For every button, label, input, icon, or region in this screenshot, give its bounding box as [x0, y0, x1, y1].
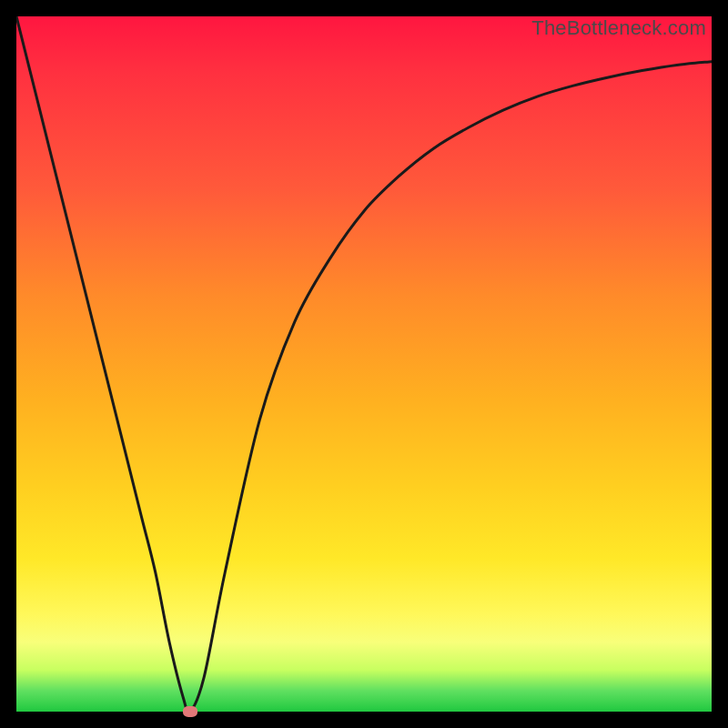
chart-frame: TheBottleneck.com [16, 16, 712, 712]
watermark-text: TheBottleneck.com [531, 16, 706, 40]
chart-plot-area [16, 16, 712, 712]
